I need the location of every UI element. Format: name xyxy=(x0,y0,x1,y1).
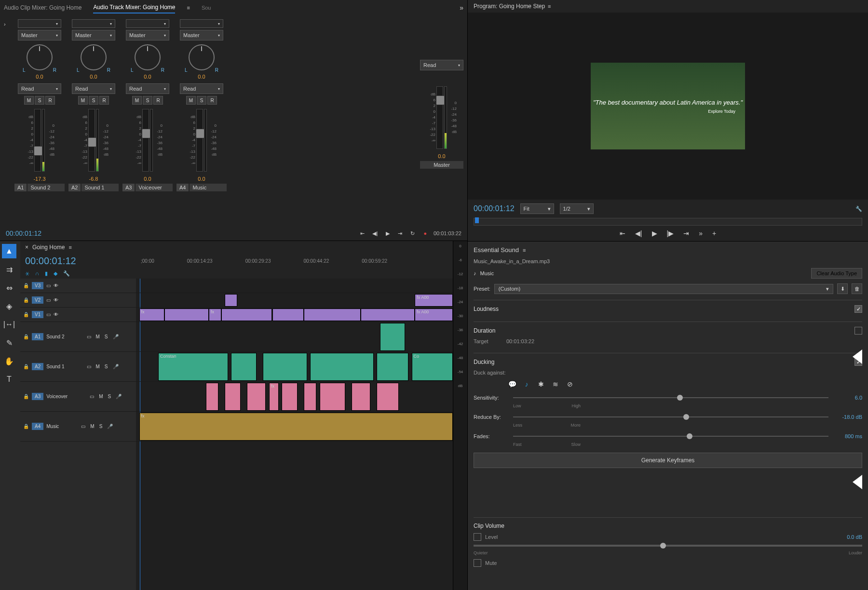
loudness-checkbox[interactable] xyxy=(854,305,862,313)
timeline-menu-icon[interactable]: ≡ xyxy=(68,244,71,250)
razor-tool[interactable]: ◈ xyxy=(2,299,16,313)
fader[interactable] xyxy=(196,109,203,172)
pan-value[interactable]: 0.0 xyxy=(144,74,151,80)
lock-icon[interactable]: 🔒 xyxy=(23,283,29,288)
program-timecode[interactable]: 00:00:01:12 xyxy=(474,204,515,213)
toggle-track-icon[interactable]: ▭ xyxy=(87,334,91,339)
lock-icon[interactable]: 🔒 xyxy=(23,334,29,339)
solo-track-button[interactable]: S xyxy=(105,334,108,339)
mute-button[interactable]: M xyxy=(24,96,34,105)
db-value[interactable]: -17.3 xyxy=(33,176,45,182)
audio-clip[interactable] xyxy=(282,383,298,411)
hand-tool[interactable]: ✋ xyxy=(2,354,16,368)
duck-sfx-icon[interactable]: ✱ xyxy=(536,379,546,389)
eye-icon[interactable]: 👁 xyxy=(54,283,58,288)
tab-clip-mixer[interactable]: Audio Clip Mixer: Going Home xyxy=(4,2,81,13)
sensitivity-value[interactable]: 6.0 xyxy=(833,395,862,401)
volume-thumb[interactable] xyxy=(660,543,666,549)
automation-dropdown[interactable]: Read▾ xyxy=(180,83,223,94)
duck-music-icon[interactable]: ♪ xyxy=(522,379,531,389)
duration-checkbox[interactable] xyxy=(854,327,862,335)
audio-track-head-A3[interactable]: 🔒 A3 Voiceover ▭ M S 🎤 xyxy=(20,382,136,412)
solo-track-button[interactable]: S xyxy=(105,364,108,369)
ducking-section-header[interactable]: Ducking xyxy=(474,358,862,366)
mute-track-button[interactable]: M xyxy=(99,394,103,399)
video-clip[interactable] xyxy=(361,308,415,321)
fx-badge[interactable]: fx xyxy=(141,309,145,314)
zoom-dropdown[interactable]: 1/2▾ xyxy=(560,203,594,214)
volume-slider[interactable] xyxy=(474,545,862,547)
video-clip[interactable] xyxy=(225,294,237,307)
generate-keyframes-button[interactable]: Generate Keyframes xyxy=(474,453,862,468)
automation-dropdown[interactable]: Read▾ xyxy=(18,83,61,94)
pan-value[interactable]: 0.0 xyxy=(198,74,205,80)
db-value[interactable]: -6.8 xyxy=(89,176,98,182)
audio-clip[interactable] xyxy=(377,383,399,411)
master-fader[interactable] xyxy=(436,86,443,149)
pan-value[interactable]: 0.0 xyxy=(36,74,43,80)
essential-menu-icon[interactable]: ≡ xyxy=(523,247,526,253)
wrench-timeline-icon[interactable]: 🔧 xyxy=(63,270,70,277)
toggle-track-icon[interactable]: ▭ xyxy=(81,424,85,429)
fx-badge[interactable]: fx xyxy=(417,295,420,300)
tab-truncated[interactable]: Sou xyxy=(202,5,211,11)
video-track-V3[interactable] xyxy=(136,279,453,293)
audio-clip[interactable] xyxy=(263,353,307,381)
audio-clip[interactable]: Constan xyxy=(158,353,228,381)
audio-clip[interactable] xyxy=(320,383,345,411)
panel-menu-icon[interactable]: ≡ xyxy=(187,5,190,11)
track-name-input[interactable]: Sound 2 xyxy=(27,184,65,191)
fader[interactable] xyxy=(88,109,95,172)
type-tool[interactable]: T xyxy=(2,372,16,387)
fader-handle[interactable] xyxy=(88,137,96,147)
solo-track-button[interactable]: S xyxy=(99,424,103,429)
video-clip[interactable] xyxy=(272,308,304,321)
video-track-head-V1[interactable]: 🔒 V1 ▭ 👁 xyxy=(20,308,136,322)
expand-tabs-icon[interactable]: » xyxy=(460,4,463,12)
fx-slot[interactable]: ▾ xyxy=(126,19,169,28)
fx-slot[interactable]: ▾ xyxy=(18,19,61,28)
timeline-timecode[interactable]: 00:00:01:12 xyxy=(25,255,141,267)
voice-record-icon[interactable]: 🎤 xyxy=(113,364,119,369)
automation-dropdown[interactable]: Read▾ xyxy=(126,83,169,94)
close-sequence-icon[interactable]: × xyxy=(25,244,28,251)
fit-dropdown[interactable]: Fit▾ xyxy=(520,203,554,214)
reduce-slider[interactable] xyxy=(513,416,828,417)
video-track-head-V2[interactable]: 🔒 V2 ▭ 👁 xyxy=(20,293,136,308)
mute-track-button[interactable]: M xyxy=(96,334,100,339)
mark-in-icon[interactable]: ⇤ xyxy=(620,229,625,237)
mute-button[interactable]: M xyxy=(132,96,142,105)
solo-button[interactable]: S xyxy=(35,96,44,105)
solo-button[interactable]: S xyxy=(197,96,206,105)
audio-clip[interactable] xyxy=(380,323,406,351)
duration-section-header[interactable]: Duration xyxy=(474,327,862,335)
lock-icon[interactable]: 🔒 xyxy=(23,297,29,303)
sequence-name[interactable]: Going Home xyxy=(32,244,65,251)
video-preview[interactable]: "The best documentary about Latin Americ… xyxy=(591,63,745,149)
record-arm-button[interactable]: R xyxy=(153,96,163,105)
duck-ambience-icon[interactable]: ≋ xyxy=(551,379,560,389)
step-back-prog-icon[interactable]: ◀| xyxy=(635,229,642,237)
preset-dropdown[interactable]: (Custom)▾ xyxy=(494,284,833,294)
output-dropdown[interactable]: Master▾ xyxy=(18,30,61,40)
mute-track-button[interactable]: M xyxy=(90,424,94,429)
record-arm-button[interactable]: R xyxy=(45,96,55,105)
fx-slot[interactable]: ▾ xyxy=(72,19,115,28)
pan-knob[interactable] xyxy=(135,44,161,70)
eye-icon[interactable]: 👁 xyxy=(54,297,58,303)
mute-button[interactable]: M xyxy=(78,96,88,105)
audio-track-head-A4[interactable]: 🔒 A4 Music ▭ M S 🎤 xyxy=(20,412,136,442)
eye-icon[interactable]: 👁 xyxy=(54,312,58,317)
pan-knob[interactable] xyxy=(189,44,215,70)
toggle-output-icon[interactable]: ▭ xyxy=(46,312,51,317)
record-icon[interactable]: ● xyxy=(421,229,430,238)
fx-slot[interactable]: ▾ xyxy=(180,19,223,28)
video-clip[interactable] xyxy=(221,308,272,321)
duck-unassigned-icon[interactable]: ⊘ xyxy=(565,379,575,389)
program-menu-icon[interactable]: ≡ xyxy=(548,3,551,9)
audio-track-A3[interactable]: fx xyxy=(136,382,453,412)
lock-icon[interactable]: 🔒 xyxy=(23,394,29,399)
snap-icon[interactable]: ⚹ xyxy=(25,270,29,277)
add-marker-prog-icon[interactable]: + xyxy=(712,229,716,237)
ripple-edit-tool[interactable]: ⇔ xyxy=(2,281,16,295)
